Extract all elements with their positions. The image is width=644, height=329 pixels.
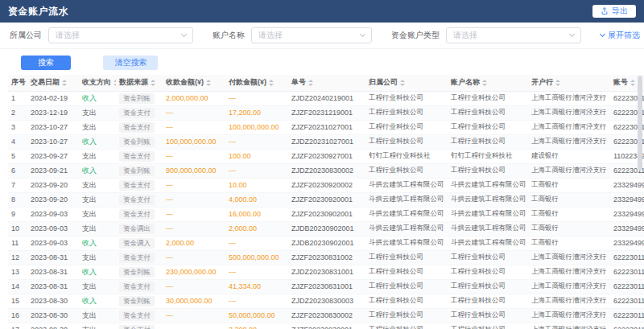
vertical-scrollbar[interactable]: [638, 76, 642, 171]
receipt-amount: 100,000,000.00: [163, 134, 225, 149]
direction-label: 收入: [82, 167, 97, 175]
column-label: 单号: [291, 78, 306, 86]
column-header-1: 序号: [8, 75, 27, 91]
sort-icon[interactable]: [151, 80, 155, 86]
column-header-5[interactable]: 收款金额(¥): [163, 75, 225, 91]
transaction-date: 2023-10-27: [27, 134, 79, 149]
search-button[interactable]: 搜索: [21, 56, 71, 70]
data-source: 资金支付: [116, 178, 163, 192]
receipt-amount: ---: [163, 279, 225, 294]
owning-company: 斗拱云建筑工程有限公司: [365, 236, 448, 250]
column-header-10[interactable]: 开户行: [528, 75, 610, 91]
table-body: 12024-02-19收入资金到账2,000,000.00---ZJDZ2024…: [8, 91, 644, 329]
owning-company: 工程行业科技公司: [365, 134, 448, 149]
column-header-6[interactable]: 付款金额(¥): [225, 75, 288, 91]
payment-amount: 3,300.00: [225, 323, 288, 329]
column-label: 序号: [11, 78, 26, 86]
sort-icon[interactable]: [400, 80, 405, 86]
order-number: ZJDZ20230830002: [288, 163, 365, 178]
account-type-select[interactable]: 请选择: [446, 27, 581, 43]
company-select[interactable]: 请选择: [48, 27, 193, 43]
table-row: 102023-09-03支出资金调出---2,000.00ZJDB2023090…: [8, 221, 644, 236]
owning-company: 工程行业科技公司: [365, 323, 448, 329]
sort-icon[interactable]: [269, 80, 274, 86]
account-name: 斗拱云建筑工程有限公司: [448, 178, 528, 192]
order-number: ZJZF20230920001: [288, 192, 365, 207]
data-source: 资金到账: [116, 265, 163, 279]
column-header-8[interactable]: 归属公司: [365, 75, 448, 91]
account-number: 23329499: [610, 192, 644, 207]
transaction-date: 2023-09-20: [27, 192, 79, 207]
expand-filter-link[interactable]: 展开筛选: [601, 30, 640, 41]
direction-label: 收入: [82, 138, 97, 146]
column-header-7[interactable]: 单号: [288, 75, 365, 91]
bank-name: 上海工商银行漕河泾支行: [528, 134, 610, 149]
account-name: 钉钉工程行业科技社: [448, 149, 528, 163]
account-name: 工程行业科技公司: [448, 120, 528, 134]
column-label: 数据来源: [119, 78, 148, 86]
table-row: 172023-08-30支出资金支付---3,300.00ZJZF2023083…: [8, 323, 644, 329]
table-row: 72023-09-20支出资金支付---10.00ZJZF20230920002…: [8, 178, 644, 192]
sort-icon[interactable]: [308, 80, 313, 86]
owning-company: 工程行业科技公司: [365, 294, 448, 308]
account-name-select[interactable]: 请选择: [251, 27, 372, 43]
receipt-amount: ---: [163, 207, 225, 221]
payment-amount: ---: [225, 163, 288, 178]
sort-icon[interactable]: [630, 80, 635, 86]
filter-company: 所属公司 请选择: [10, 27, 193, 43]
column-label: 账号: [613, 78, 628, 86]
transaction-date: 2024-02-19: [27, 91, 79, 105]
clear-search-button[interactable]: 清空搜索: [103, 56, 158, 70]
order-number: ZJDB20230902001: [288, 221, 365, 236]
data-source: 资金到账: [116, 91, 163, 105]
account-name: 工程行业科技公司: [448, 163, 528, 178]
direction: 收入: [79, 134, 116, 149]
column-header-4[interactable]: 数据来源: [116, 75, 163, 91]
order-number: ZJZF20231219001: [288, 105, 365, 120]
bank-name: 上海工商银行漕河泾支行: [528, 294, 610, 308]
account-name: 斗拱云建筑工程有限公司: [448, 221, 528, 236]
direction: 支出: [79, 279, 116, 294]
owning-company: 工程行业科技公司: [365, 308, 448, 323]
filter-buttons: 搜索 清空搜索: [10, 49, 634, 75]
direction: 支出: [79, 323, 116, 329]
payment-amount: 2,000.00: [225, 221, 288, 236]
payment-amount: 10.00: [225, 178, 288, 192]
data-source-tag: 资金支付: [119, 209, 155, 220]
sort-icon[interactable]: [206, 80, 211, 86]
column-header-2[interactable]: 交易日期: [27, 75, 79, 91]
table-header: 序号交易日期收支方向数据来源收款金额(¥)付款金额(¥)单号归属公司账户名称开户…: [8, 75, 644, 91]
order-number: ZJDZ20230831001: [288, 265, 365, 279]
owning-company: 工程行业科技公司: [365, 105, 448, 120]
filter-account-type: 资金账户类型 请选择: [391, 27, 581, 43]
sort-icon[interactable]: [555, 80, 560, 86]
account-select-placeholder: 请选择: [258, 30, 283, 41]
account-number: 62223011: [610, 294, 644, 308]
column-label: 交易日期: [31, 78, 60, 86]
payment-amount: ---: [225, 134, 288, 149]
column-label: 账户名称: [451, 78, 480, 86]
sort-icon[interactable]: [114, 80, 116, 86]
sort-icon[interactable]: [62, 80, 67, 86]
owning-company: 工程行业科技公司: [365, 265, 448, 279]
bank-name: 工商银行: [528, 221, 610, 236]
data-source-tag: 资金支付: [119, 180, 155, 191]
data-source: 资金支付: [116, 250, 163, 265]
data-source: 资金支付: [116, 105, 163, 120]
export-button-label: 导出: [612, 7, 628, 15]
direction-label: 支出: [82, 195, 97, 204]
column-header-9[interactable]: 账户名称: [448, 75, 528, 91]
bank-name: 工商银行: [528, 236, 610, 250]
receipt-amount: ---: [163, 308, 225, 323]
receipt-amount: ---: [163, 250, 225, 265]
order-number: ZJDZ20231027001: [288, 134, 365, 149]
data-source-tag: 资金支付: [119, 122, 155, 133]
transaction-date: 2023-09-03: [27, 236, 79, 250]
receipt-amount: 2,000.00: [163, 236, 225, 250]
column-header-3[interactable]: 收支方向: [79, 75, 116, 91]
transaction-date: 2023-08-31: [27, 279, 79, 294]
sort-icon[interactable]: [482, 80, 487, 86]
payment-amount: ---: [225, 265, 288, 279]
order-number: ZJZF20230830002: [288, 308, 365, 323]
export-button[interactable]: 导出: [592, 5, 636, 18]
